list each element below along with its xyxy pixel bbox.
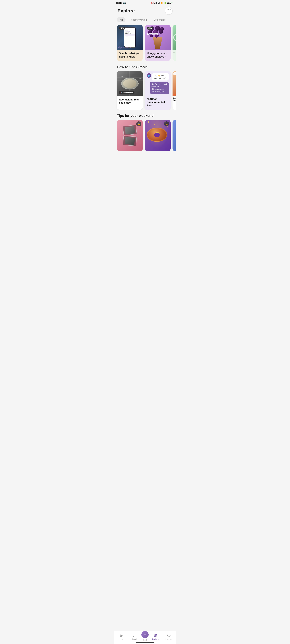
phone-screen: SMTWTFS 1 2 3 4 5 6 7 8 9 10 11 12 13 14… — [124, 28, 136, 47]
card-daily-partial[interactable]: Daily Ge...Nu... — [172, 71, 176, 110]
tab-recently-viewed[interactable]: Recently viewed — [127, 17, 150, 22]
card-avo-vision-image: 🚀 New feature — [117, 71, 143, 96]
new-feature-badge: 🚀 New feature — [119, 91, 134, 94]
card-simple-content: Simple: What you need to know — [117, 50, 143, 61]
rocket-icon: 🚀 — [120, 92, 122, 94]
how-to-section-header: How to use Simple › — [114, 61, 176, 71]
lock-badge-2: 🔒 — [164, 122, 169, 126]
status-right: 🔇 📶 🔋 36% — [151, 2, 172, 4]
new-feature-label: New feature — [123, 92, 133, 94]
main-content: SMTWTFS 1 2 3 4 5 6 7 8 9 10 11 12 13 14… — [114, 25, 176, 164]
card-green-partial[interactable]: Fa... NE — [172, 25, 176, 61]
tips-section-header: Tips for your weekend › — [114, 110, 176, 120]
new-badge-1: NEW — [119, 27, 125, 30]
new-badge-2: NEW — [146, 27, 153, 30]
card-simple-intro[interactable]: SMTWTFS 1 2 3 4 5 6 7 8 9 10 11 12 13 14… — [117, 25, 143, 61]
tips-cards-row: 🔒 — [114, 120, 176, 151]
how-to-cards-row: 🚀 New feature Avo Vision: Scan, eat, enj… — [114, 71, 176, 110]
avatar-heart-icon: ♡ — [168, 11, 170, 13]
avatar-text: Let them — [166, 9, 172, 11]
lock-badge-1: 🔒 — [136, 122, 141, 126]
tips-arrow[interactable]: › — [169, 114, 173, 118]
ask-dietitian-tag: Ask dietitian — [146, 33, 158, 36]
card-avo-vision-content: Avo Vision: Scan, eat, enjoy — [117, 96, 143, 107]
phone-fast-info: 16h fast — [125, 34, 135, 36]
avo-greeting-row: 💧 Hey! 👋 How can I help you? — [146, 73, 169, 81]
lock-icon-2: 🔒 — [165, 123, 168, 125]
tab-bookmarks[interactable]: Bookmarks — [151, 17, 168, 22]
user-chat-row: Hey Avo, what can I make with chickpeas,… — [146, 82, 169, 94]
phone-calendar-header: SMTWTFS — [125, 29, 135, 30]
card-snack-choices[interactable]: Ask dietitian Hungry for smart snack cho… — [145, 25, 171, 61]
battery-icon: 🔋 — [164, 2, 166, 4]
battery-dot — [172, 2, 172, 4]
header: Explore Let them ♡ — [114, 5, 176, 16]
wifi-icon: 📶 — [160, 2, 163, 4]
avo-avatar-icon: 💧 — [148, 74, 150, 77]
tips-card-photos[interactable]: 🔒 — [117, 120, 143, 151]
avatar-button[interactable]: Let them ♡ — [165, 7, 172, 14]
how-to-title: How to use Simple — [117, 65, 148, 69]
signal-bars-2 — [158, 2, 160, 4]
chat-area: 💧 Hey! 👋 How can I help you? Hey Avo, wh… — [145, 71, 171, 96]
tab-all[interactable]: All — [117, 17, 126, 22]
user-chat-text: Hey Avo, what can I make with chickpeas,… — [152, 83, 167, 92]
camera-icon: 📷 — [123, 2, 126, 4]
phone-date: Saturday, 17 May — [125, 33, 135, 34]
card-avo-chat-title: Nutrition questions? Ask Avo! — [147, 98, 168, 107]
avo-greeting-text: Hey! 👋 How can I help you? — [154, 75, 166, 79]
status-bar: 5:06 📷 🔇 📶 🔋 36% — [114, 0, 176, 5]
card-avo-chat-content: Nutrition questions? Ask Avo! — [145, 96, 171, 110]
tips-card-donut[interactable]: 🔒 — [145, 120, 171, 151]
lock-icon-1: 🔒 — [138, 123, 140, 125]
card-snack-content: Hungry for smart snack choices? — [145, 50, 171, 61]
phone-mockup: SMTWTFS 1 2 3 4 5 6 7 8 9 10 11 12 13 14… — [124, 27, 136, 48]
card-overlay-text: d previous — [118, 46, 131, 49]
card-avo-vision[interactable]: 🚀 New feature Avo Vision: Scan, eat, enj… — [117, 71, 143, 110]
user-chat-bubble: Hey Avo, what can I make with chickpeas,… — [150, 82, 169, 94]
filter-tabs: All Recently viewed Bookmarks — [114, 16, 176, 25]
avo-greeting-bubble: Hey! 👋 How can I help you? — [152, 73, 169, 81]
card-green-image — [172, 25, 176, 50]
card-simple-title: Simple: What you need to know — [119, 52, 140, 58]
card-snack-title: Hungry for smart snack choices? — [147, 52, 168, 58]
avo-avatar: 💧 — [146, 73, 151, 78]
scan-background: 🚀 New feature — [117, 71, 143, 96]
card-avo-vision-title: Avo Vision: Scan, eat, enjoy — [119, 98, 140, 105]
battery-percent: 36% — [167, 2, 171, 4]
signal-bars-1 — [154, 2, 157, 4]
top-cards-row: SMTWTFS 1 2 3 4 5 6 7 8 9 10 11 12 13 14… — [114, 25, 176, 61]
mute-icon: 🔇 — [151, 2, 154, 4]
tips-title: Tips for your weekend — [117, 114, 154, 118]
page-title: Explore — [118, 8, 135, 14]
card-avo-chat[interactable]: 💧 Hey! 👋 How can I help you? Hey Avo, wh… — [145, 71, 171, 110]
how-to-arrow[interactable]: › — [169, 65, 173, 69]
tips-card-blue-partial[interactable] — [172, 120, 176, 151]
